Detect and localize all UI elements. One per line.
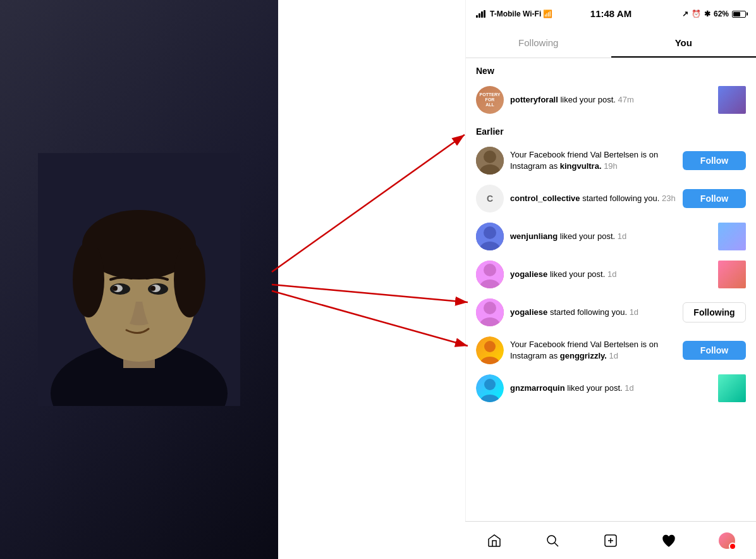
svg-point-11 <box>113 286 118 291</box>
tab-you[interactable]: You <box>611 28 757 58</box>
follow-button[interactable]: Follow <box>683 341 746 360</box>
svg-point-31 <box>547 536 556 544</box>
svg-line-35 <box>272 285 468 302</box>
notification-text: yogaliese started following you. 1d <box>510 307 676 318</box>
nav-profile-button[interactable] <box>719 532 735 549</box>
nav-home-button[interactable] <box>486 532 503 549</box>
nav-add-button[interactable] <box>602 532 619 549</box>
carrier-text: T-Mobile Wi-Fi <box>490 9 541 18</box>
notification-text: Your Facebook friend Val Bertelsen is on… <box>510 149 676 172</box>
time-label: 23h <box>662 194 676 203</box>
avatar[interactable] <box>476 374 504 402</box>
svg-point-5 <box>73 242 104 317</box>
time-label: 47m <box>618 95 634 104</box>
alarm-icon: ⏰ <box>692 9 701 18</box>
avatar[interactable] <box>476 261 504 288</box>
tab-following[interactable]: Following <box>466 28 611 58</box>
friend-suggestion-text: Your Facebook friend Val Bertelsen is on… <box>510 150 658 171</box>
notification-item: gnzmarroquin liked your post. 1d <box>466 369 756 407</box>
search-icon <box>545 533 560 548</box>
avatar-letter: C <box>487 194 493 204</box>
username-label: gnzmarroquin <box>510 383 565 393</box>
notification-item: wenjunliang liked your post. 1d <box>466 218 756 255</box>
svg-point-6 <box>174 242 205 317</box>
notification-text: Your Facebook friend Val Bertelsen is on… <box>510 339 676 362</box>
avatar[interactable]: POTTERYFORALL <box>476 86 504 114</box>
friend-suggestion-text-2: Your Facebook friend Val Bertelsen is on… <box>510 340 658 360</box>
person-silhouette <box>38 153 240 406</box>
battery-icon <box>732 11 746 18</box>
notifications-list: New POTTERYFORALL potteryforall liked yo… <box>466 58 756 559</box>
bottom-navigation <box>465 521 756 559</box>
home-icon <box>487 533 502 548</box>
add-icon <box>603 533 618 548</box>
action-text: liked your post. <box>560 231 615 241</box>
yogaliese-avatar-2 <box>476 298 504 326</box>
follow-button[interactable]: Follow <box>683 151 746 170</box>
avatar[interactable]: C <box>476 185 504 212</box>
time-label: 1d <box>607 269 616 279</box>
svg-line-36 <box>272 291 468 346</box>
gnz-avatar <box>476 374 504 402</box>
nav-search-button[interactable] <box>544 532 561 549</box>
avatar[interactable] <box>476 336 504 364</box>
notification-item: Your Facebook friend Val Bertelsen is on… <box>466 331 756 369</box>
following-button[interactable]: Following <box>683 302 746 322</box>
avatar[interactable] <box>476 147 504 175</box>
section-earlier-label: Earlier <box>466 119 756 142</box>
svg-line-34 <box>272 135 465 272</box>
person-photo <box>0 0 278 559</box>
notification-text: wenjunliang liked your post. 1d <box>510 231 712 242</box>
action-text: started following you. <box>582 194 659 203</box>
username-label: yogaliese <box>510 269 547 279</box>
status-time: 11:48 AM <box>590 8 631 19</box>
notification-item: yogaliese liked your post. 1d <box>466 255 756 293</box>
location-icon: ↗ <box>682 9 688 18</box>
action-text: started following you. <box>550 307 627 317</box>
notification-text: yogaliese liked your post. 1d <box>510 269 712 280</box>
svg-point-14 <box>484 150 496 163</box>
heart-icon <box>661 533 676 548</box>
pottery-avatar-text: POTTERYFORALL <box>480 92 501 107</box>
status-left: T-Mobile Wi-Fi 📶 <box>476 9 552 18</box>
avatar[interactable] <box>476 223 504 250</box>
time-label: 1d <box>625 383 633 393</box>
nav-activity-button[interactable] <box>661 532 677 549</box>
time-label: 1d <box>609 351 618 360</box>
avatar[interactable] <box>476 298 504 326</box>
username-label: yogaliese <box>510 307 547 317</box>
section-new-label: New <box>466 58 756 81</box>
notification-text: potteryforall liked your post. 47m <box>510 94 712 106</box>
username-label: wenjunliang <box>510 231 558 241</box>
notification-text: gnzmarroquin liked your post. 1d <box>510 383 712 394</box>
time-label: 19h <box>604 161 618 171</box>
svg-point-17 <box>484 226 496 239</box>
svg-point-12 <box>150 286 155 291</box>
action-text: liked your post. <box>550 269 605 279</box>
svg-point-23 <box>484 302 496 314</box>
post-thumbnail[interactable] <box>718 86 746 114</box>
post-thumbnail[interactable] <box>718 261 746 288</box>
notification-item: yogaliese started following you. 1d Foll… <box>466 293 756 331</box>
svg-point-20 <box>484 264 496 276</box>
profile-avatar <box>719 532 735 549</box>
follow-button[interactable]: Follow <box>683 189 746 208</box>
time-label: 1d <box>618 231 626 241</box>
val2-avatar <box>476 336 504 364</box>
post-thumbnail[interactable] <box>718 374 746 402</box>
svg-point-29 <box>484 379 496 390</box>
notification-item: C control_collective started following y… <box>466 180 756 218</box>
svg-point-26 <box>484 341 496 352</box>
action-text: liked your post. <box>560 95 615 104</box>
left-photo-panel <box>0 0 278 559</box>
status-bar: T-Mobile Wi-Fi 📶 11:48 AM ↗ ⏰ ✱ 62% <box>466 0 756 28</box>
notification-item: POTTERYFORALL potteryforall liked your p… <box>466 81 756 119</box>
wifi-icon: 📶 <box>543 9 552 18</box>
post-thumbnail[interactable] <box>718 223 746 250</box>
notification-item: Your Facebook friend Val Bertelsen is on… <box>466 142 756 180</box>
username-label: potteryforall <box>510 95 558 104</box>
bluetooth-icon: ✱ <box>704 9 710 18</box>
signal-icon <box>476 10 485 18</box>
time-label: 1d <box>630 307 638 317</box>
status-right: ↗ ⏰ ✱ 62% <box>682 9 746 18</box>
